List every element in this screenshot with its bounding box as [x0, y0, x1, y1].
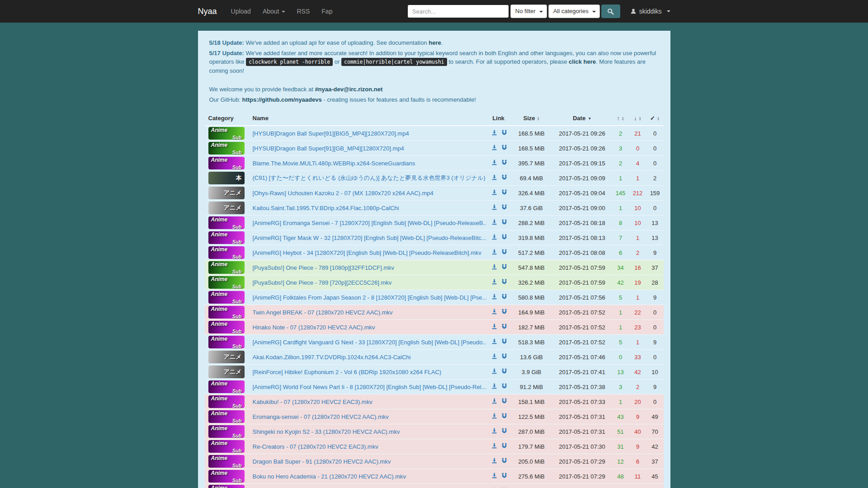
download-icon[interactable] [491, 204, 497, 211]
announcement-link[interactable]: here [429, 39, 441, 46]
user-menu[interactable]: skiddiks [630, 8, 670, 15]
download-icon[interactable] [491, 398, 497, 405]
category-icon[interactable]: Anime Sub [208, 440, 245, 453]
category-icon[interactable]: Anime Sub [208, 142, 245, 155]
download-icon[interactable] [491, 145, 497, 152]
nav-link-fap[interactable]: Fap [316, 0, 338, 23]
magnet-icon[interactable] [501, 160, 507, 167]
search-input[interactable] [407, 5, 509, 18]
torrent-link[interactable]: Blame.The.Movie.MULTi.480p.WEBRip.x264-S… [253, 160, 415, 167]
announcement-link[interactable]: click here [569, 58, 596, 65]
download-icon[interactable] [491, 249, 497, 256]
magnet-icon[interactable] [501, 189, 507, 197]
category-icon[interactable]: Anime Sub [208, 127, 245, 140]
download-icon[interactable] [491, 368, 497, 375]
download-icon[interactable] [491, 279, 497, 286]
download-icon[interactable] [491, 324, 497, 331]
magnet-icon[interactable] [501, 130, 507, 137]
category-icon[interactable]: Anime Sub [208, 380, 245, 393]
filter-select[interactable]: No filter [510, 5, 547, 18]
torrent-link[interactable]: [AnimeRG] World Fool News Part Ii - 8 [1… [253, 384, 486, 390]
torrent-link[interactable]: [HYSUB]Dragon Ball Super[91][BIG5_MP4][1… [253, 130, 409, 137]
torrent-link[interactable]: [Ohys-Raws] Uchouten Kazoku 2 - 07 (MX 1… [253, 190, 434, 197]
download-icon[interactable] [491, 219, 497, 226]
torrent-link[interactable]: [AnimeRG] Tiger Mask W - 32 [1280X720] [… [253, 235, 486, 241]
category-icon[interactable]: アニメ [208, 351, 245, 363]
download-icon[interactable] [491, 189, 497, 197]
category-icon[interactable]: Anime Sub [208, 157, 245, 169]
download-icon[interactable] [491, 309, 497, 316]
download-icon[interactable] [491, 443, 497, 450]
magnet-icon[interactable] [501, 443, 507, 450]
category-icon[interactable]: Anime Sub [208, 410, 245, 423]
torrent-link[interactable]: Re-Creators - 07 (1280x720 HEVC2 EAC3).m… [253, 443, 378, 450]
torrent-link[interactable]: [AnimeRG] Eromanga Sensei - 7 [1280X720]… [253, 220, 486, 226]
magnet-icon[interactable] [501, 279, 507, 286]
download-icon[interactable] [491, 174, 497, 182]
torrent-link[interactable]: Eromanga-sensei - 07 (1280x720 HEVC2 AAC… [253, 413, 389, 420]
magnet-icon[interactable] [501, 413, 507, 420]
download-icon[interactable] [491, 264, 497, 271]
category-icon[interactable]: アニメ [208, 366, 245, 378]
magnet-icon[interactable] [501, 249, 507, 256]
magnet-icon[interactable] [501, 264, 507, 271]
col-header-completed[interactable]: ✓▲▼ [646, 111, 664, 126]
magnet-icon[interactable] [501, 219, 507, 226]
category-icon[interactable]: Anime Sub [208, 470, 245, 483]
torrent-link[interactable]: Kabukibu! - 07 (1280x720 HEVC2 EAC3).mkv [253, 399, 373, 405]
torrent-link[interactable]: Hinako Note - 07 (1280x720 HEVC2 AAC).mk… [253, 324, 375, 331]
torrent-link[interactable]: [AnimeRG] Cardfight Vanguard G Next - 33… [253, 339, 486, 346]
category-icon[interactable]: Anime Sub [208, 336, 245, 348]
magnet-icon[interactable] [501, 458, 507, 465]
torrent-link[interactable]: Twin Angel BREAK - 07 (1280x720 HEVC2 AA… [253, 309, 393, 316]
torrent-link[interactable]: Shingeki no Kyojin S2 - 33 (1280x720 HEV… [253, 428, 400, 435]
magnet-icon[interactable] [501, 174, 507, 182]
search-button[interactable] [601, 5, 620, 18]
nav-link-upload[interactable]: Upload [225, 0, 257, 23]
download-icon[interactable] [491, 338, 497, 346]
download-icon[interactable] [491, 383, 497, 390]
category-icon[interactable]: アニメ [208, 187, 245, 199]
download-icon[interactable] [491, 428, 497, 435]
magnet-icon[interactable] [501, 368, 507, 375]
download-icon[interactable] [491, 160, 497, 167]
torrent-link[interactable]: Boku no Hero Academia - 21 (1280x720 HEV… [253, 473, 406, 480]
category-select[interactable]: All categories [548, 5, 600, 18]
torrent-link[interactable]: Kaitou.Saint.Tail.1995.TV.BDrip.x264.Fla… [253, 205, 399, 211]
category-icon[interactable]: Anime Sub [208, 276, 245, 289]
announcement-link[interactable]: #nyaa-dev@irc.rizon.net [315, 86, 382, 93]
category-icon[interactable]: Anime Sub [208, 216, 245, 229]
category-icon[interactable]: Anime Sub [208, 321, 245, 333]
download-icon[interactable] [491, 234, 497, 241]
download-icon[interactable] [491, 473, 497, 480]
category-icon[interactable]: Anime Sub [208, 425, 245, 438]
category-icon[interactable]: Anime Sub [208, 455, 245, 468]
col-header-category[interactable]: Category [205, 111, 249, 126]
col-header-seeders[interactable]: ↑▲▼ [612, 111, 629, 126]
category-icon[interactable]: Anime Sub [208, 291, 245, 304]
brand-link[interactable]: Nyaa [198, 7, 225, 16]
magnet-icon[interactable] [501, 353, 507, 361]
torrent-link[interactable]: [AnimeRG] Heybot - 34 [1280X720] [Englis… [253, 249, 481, 256]
col-header-size[interactable]: Size▲▼ [511, 111, 552, 126]
torrent-link[interactable]: [PuyaSubs!] One Piece - 789 [1080p][32FF… [253, 264, 395, 271]
category-icon[interactable]: Anime Sub [208, 395, 245, 408]
category-icon[interactable]: 本 [208, 172, 245, 184]
category-icon[interactable]: Anime Sub [208, 261, 245, 274]
magnet-icon[interactable] [501, 338, 507, 346]
magnet-icon[interactable] [501, 324, 507, 331]
download-icon[interactable] [491, 130, 497, 137]
torrent-link[interactable]: (C91) [すた〜だすとくれいどる (永山ゆうのん)] あなたと夢見る水色世界… [253, 174, 486, 181]
category-icon[interactable]: Anime Sub [208, 485, 245, 488]
torrent-link[interactable]: [AnimeRG] Folktales From Japan Season 2 … [253, 294, 486, 301]
torrent-link[interactable]: [ReinForce] Hibike! Euphonium 2 - Vol 6 … [253, 369, 442, 375]
magnet-icon[interactable] [501, 473, 507, 480]
magnet-icon[interactable] [501, 234, 507, 241]
col-header-date[interactable]: Date▼ [552, 111, 612, 126]
nav-link-rss[interactable]: RSS [291, 0, 316, 23]
magnet-icon[interactable] [501, 145, 507, 152]
magnet-icon[interactable] [501, 383, 507, 390]
magnet-icon[interactable] [501, 294, 507, 301]
category-icon[interactable]: Anime Sub [208, 246, 245, 259]
download-icon[interactable] [491, 458, 497, 465]
